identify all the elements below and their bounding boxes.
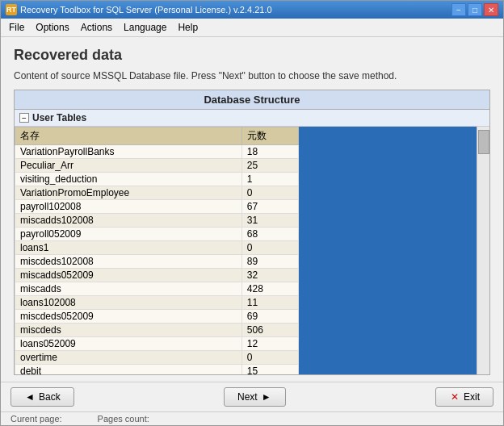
cell-count: 0 bbox=[242, 351, 298, 365]
table-row[interactable]: visiting_deduction1 bbox=[15, 173, 299, 186]
cell-count: 1 bbox=[242, 173, 298, 186]
table-row[interactable]: debit15 bbox=[15, 365, 299, 375]
cell-name: loans1 bbox=[15, 241, 242, 255]
tree-toggle[interactable]: − bbox=[19, 113, 29, 123]
cell-count: 506 bbox=[242, 324, 298, 337]
cell-name: debit bbox=[15, 365, 242, 375]
cell-name: visiting_deduction bbox=[15, 173, 242, 186]
menu-bar: File Options Actions Language Help bbox=[1, 19, 503, 37]
pages-count-label: Pages count: bbox=[98, 414, 149, 424]
close-button[interactable]: ✕ bbox=[484, 3, 498, 16]
menu-language[interactable]: Language bbox=[119, 20, 171, 35]
back-label: Back bbox=[39, 391, 61, 403]
minimize-button[interactable]: − bbox=[452, 3, 466, 16]
maximize-button[interactable]: □ bbox=[468, 3, 482, 16]
table-row[interactable]: miscadds10200831 bbox=[15, 214, 299, 228]
status-bar: Curent page: Pages count: bbox=[1, 411, 503, 425]
table-row[interactable]: overtime0 bbox=[15, 351, 299, 365]
cell-name: loans052009 bbox=[15, 337, 242, 351]
menu-options[interactable]: Options bbox=[31, 20, 74, 35]
tree-node-label: User Tables bbox=[32, 112, 86, 123]
tree-area: − User Tables 名存 元数 bbox=[15, 110, 489, 374]
panel-header: Database Structure bbox=[15, 90, 489, 110]
bottom-bar: ◄ Back Next ► ✕ Exit bbox=[1, 382, 503, 411]
content-area: Recovered data Content of source MSSQL D… bbox=[1, 37, 503, 382]
exit-label: Exit bbox=[464, 391, 480, 403]
right-buttons: ✕ Exit bbox=[435, 387, 494, 407]
table-scroll-container: 名存 元数 VariationPayrollBanks18Peculiar_Ar… bbox=[15, 127, 489, 374]
page-title: Recovered data bbox=[14, 47, 490, 64]
cell-name: Peculiar_Arr bbox=[15, 159, 242, 173]
current-page-label: Curent page: bbox=[10, 414, 62, 424]
table-row[interactable]: payroll10200867 bbox=[15, 200, 299, 214]
cell-name: miscdeds052009 bbox=[15, 310, 242, 324]
left-buttons: ◄ Back bbox=[10, 387, 74, 407]
cell-count: 11 bbox=[242, 296, 298, 310]
table-row[interactable]: Peculiar_Arr25 bbox=[15, 159, 299, 173]
table-row[interactable]: payroll05200968 bbox=[15, 228, 299, 241]
cell-name: miscadds bbox=[15, 282, 242, 296]
cell-count: 32 bbox=[242, 269, 298, 282]
data-table-wrapper[interactable]: 名存 元数 VariationPayrollBanks18Peculiar_Ar… bbox=[15, 127, 299, 374]
table-row[interactable]: loans10 bbox=[15, 241, 299, 255]
table-row[interactable]: miscadds05200932 bbox=[15, 269, 299, 282]
cell-name: overtime bbox=[15, 351, 242, 365]
window-title: Recovery Toolbox for SQL Server (Persona… bbox=[20, 5, 272, 15]
cell-name: miscadds052009 bbox=[15, 269, 242, 282]
cell-count: 15 bbox=[242, 365, 298, 375]
next-button[interactable]: Next ► bbox=[224, 387, 286, 407]
cell-count: 31 bbox=[242, 214, 298, 228]
table-row[interactable]: miscdeds10200889 bbox=[15, 255, 299, 269]
table-row[interactable]: miscdeds506 bbox=[15, 324, 299, 337]
title-bar-controls: − □ ✕ bbox=[452, 3, 498, 16]
col-header-count: 元数 bbox=[242, 127, 298, 145]
cell-count: 89 bbox=[242, 255, 298, 269]
table-row[interactable]: VariationPromoEmployee0 bbox=[15, 186, 299, 200]
table-row[interactable]: miscdeds05200969 bbox=[15, 310, 299, 324]
cell-name: miscdeds102008 bbox=[15, 255, 242, 269]
cell-count: 67 bbox=[242, 200, 298, 214]
table-row[interactable]: VariationPayrollBanks18 bbox=[15, 145, 299, 159]
cell-count: 18 bbox=[242, 145, 298, 159]
title-bar-left: RT Recovery Toolbox for SQL Server (Pers… bbox=[6, 4, 272, 15]
database-panel: Database Structure − User Tables 名存 bbox=[14, 90, 490, 375]
cell-count: 69 bbox=[242, 310, 298, 324]
title-bar: RT Recovery Toolbox for SQL Server (Pers… bbox=[1, 1, 503, 19]
app-icon: RT bbox=[6, 4, 17, 15]
menu-actions[interactable]: Actions bbox=[76, 20, 117, 35]
cell-count: 68 bbox=[242, 228, 298, 241]
cell-name: loans102008 bbox=[15, 296, 242, 310]
current-page-status: Curent page: bbox=[10, 414, 65, 424]
vertical-scrollbar[interactable] bbox=[477, 127, 489, 374]
cell-name: payroll102008 bbox=[15, 200, 242, 214]
next-label: Next bbox=[237, 391, 258, 403]
cell-name: miscadds102008 bbox=[15, 214, 242, 228]
back-icon: ◄ bbox=[24, 391, 36, 403]
table-row[interactable]: loans10200811 bbox=[15, 296, 299, 310]
cell-name: VariationPayrollBanks bbox=[15, 145, 242, 159]
back-button[interactable]: ◄ Back bbox=[10, 387, 74, 407]
cell-count: 12 bbox=[242, 337, 298, 351]
cell-count: 0 bbox=[242, 241, 298, 255]
cell-name: VariationPromoEmployee bbox=[15, 186, 242, 200]
cell-name: miscdeds bbox=[15, 324, 242, 337]
pages-count-status: Pages count: bbox=[98, 414, 153, 424]
data-table: 名存 元数 VariationPayrollBanks18Peculiar_Ar… bbox=[15, 127, 299, 374]
main-window: RT Recovery Toolbox for SQL Server (Pers… bbox=[0, 0, 504, 426]
cell-name: payroll052009 bbox=[15, 228, 242, 241]
preview-panel bbox=[299, 127, 477, 374]
tree-node-header: − User Tables bbox=[15, 110, 489, 127]
table-row[interactable]: loans05200912 bbox=[15, 337, 299, 351]
exit-icon: ✕ bbox=[449, 391, 460, 403]
center-buttons: Next ► bbox=[224, 387, 286, 407]
page-description: Content of source MSSQL Database file. P… bbox=[14, 70, 490, 81]
exit-button[interactable]: ✕ Exit bbox=[435, 387, 494, 407]
cell-count: 428 bbox=[242, 282, 298, 296]
menu-help[interactable]: Help bbox=[173, 20, 203, 35]
scrollbar-thumb[interactable] bbox=[478, 130, 489, 154]
cell-count: 0 bbox=[242, 186, 298, 200]
cell-count: 25 bbox=[242, 159, 298, 173]
table-row[interactable]: miscadds428 bbox=[15, 282, 299, 296]
next-icon: ► bbox=[261, 391, 272, 403]
menu-file[interactable]: File bbox=[4, 20, 29, 35]
